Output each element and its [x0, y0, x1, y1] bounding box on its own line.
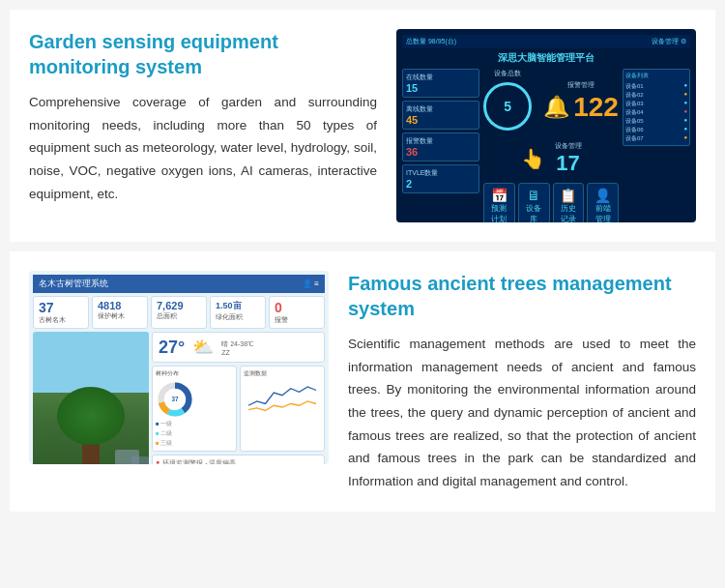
trees-stats-row: 37 古树名木 4818 保护树木 7,629 总面积 1.50亩 绿化面积 0 [33, 296, 325, 329]
stat-ancient-trees: 37 古树名木 [33, 296, 89, 329]
section-garden-text: Garden sensing equipment monitoring syst… [29, 29, 377, 205]
dashboard-title: 深思大脑智能管理平台 [402, 51, 690, 65]
trees-donut-chart: 树种分布 37 ■ 一级 ■ 二级 ■ 三级 [152, 366, 237, 452]
weather-details: 晴 24-38℃ZZ [221, 339, 253, 356]
tree-canopy [57, 387, 125, 445]
dashboard-label: 总数量 98/95(台) [406, 37, 456, 46]
icon-label-user: 前端管理 [595, 204, 611, 222]
trees-controls: 👤 ≡ [303, 279, 319, 288]
section-trees-title: Famous ancient trees management system [348, 271, 696, 321]
dash-icon-history: 📋 历史记录 [553, 183, 585, 222]
trees-right-panels: 27° ⛅ 晴 24-38℃ZZ 树种分布 37 [152, 332, 325, 464]
svg-text:37: 37 [171, 396, 179, 402]
stat-green-area: 1.50亩 绿化面积 [210, 296, 266, 329]
dashboard-stat-offline: 离线数量 45 [402, 101, 479, 130]
dashboard-big-num1: 122 [573, 92, 619, 123]
trees-photo [33, 332, 149, 464]
stat-total-area: 7,629 总面积 [151, 296, 207, 329]
icon-label-history: 历史记录 [561, 204, 576, 222]
dashboard-circle: 5 [483, 82, 532, 131]
dashboard-center-panel: 设备总数 5 报警管理 🔔 122 👆 [483, 69, 619, 222]
dash-icon-devices: 🖥 设备库 [518, 183, 550, 222]
dash-icon-user: 👤 前端管理 [587, 183, 619, 222]
dashboard-icons-row: 📅 预测计划 🖥 设备库 📋 历史记录 👤 [483, 183, 619, 222]
trees-alert-rows: ●环境监测警报 - 温度偏高 ●水分检测正常 - 已更新 [152, 455, 325, 464]
section-garden-title: Garden sensing equipment monitoring syst… [29, 29, 377, 79]
section-trees-desc: Scientific management methods are used t… [348, 333, 696, 492]
section-trees-image: 名木古树管理系统 👤 ≡ 37 古树名木 4818 保护树木 7,629 总面积… [29, 271, 329, 464]
donut-svg: 37 [156, 380, 194, 419]
dashboard-stat-itvle: ITVLE数量 2 [402, 164, 479, 193]
trees-title-bar: 名木古树管理系统 👤 ≡ [33, 275, 325, 293]
stat-alarms: 0 报警 [269, 296, 325, 329]
dashboard-top-bar: 总数量 98/95(台) 设备管理 ⚙ [402, 35, 690, 48]
section-garden-image: 总数量 98/95(台) 设备管理 ⚙ 深思大脑智能管理平台 在线数量 15 离… [396, 29, 696, 222]
dashboard-controls: 设备管理 ⚙ [652, 37, 686, 46]
dashboard-left-panel: 在线数量 15 离线数量 45 报警数量 36 ITVLE数量 2 [402, 69, 479, 222]
line-chart-svg [244, 380, 321, 414]
dashboard-right-panel: 设备列表 设备01● 设备02● 设备03● 设备04● 设备05● 设备06●… [623, 69, 690, 222]
section-garden: Garden sensing equipment monitoring syst… [10, 10, 715, 242]
section-garden-desc: Comprehensive coverage of garden and sur… [29, 91, 377, 205]
stat-protected-trees: 4818 保护树木 [92, 296, 148, 329]
temperature-display: 27° [159, 338, 185, 358]
icon-label-devices: 设备库 [526, 204, 541, 222]
dashboard-stat-online: 在线数量 15 [402, 69, 479, 98]
dashboard-big-num2: 17 [555, 151, 582, 176]
trees-main-area: 27° ⛅ 晴 24-38℃ZZ 树种分布 37 [33, 332, 325, 464]
icon-label-plan: 预测计划 [491, 204, 507, 222]
dashboard-main-row: 在线数量 15 离线数量 45 报警数量 36 ITVLE数量 2 [402, 69, 690, 222]
trees-dashboard-title: 名木古树管理系统 [39, 278, 108, 290]
trees-weather-row: 27° ⛅ 晴 24-38℃ZZ [152, 332, 325, 363]
trees-charts-row: 树种分布 37 ■ 一级 ■ 二级 ■ 三级 [152, 366, 325, 452]
dash-icon-plan: 📅 预测计划 [483, 183, 515, 222]
dashboard-stat-alarm: 报警数量 36 [402, 132, 479, 162]
section-trees: 名木古树管理系统 👤 ≡ 37 古树名木 4818 保护树木 7,629 总面积… [10, 251, 715, 512]
trees-line-chart: 监测数据 [240, 366, 325, 452]
section-trees-text: Famous ancient trees management system S… [348, 271, 696, 492]
